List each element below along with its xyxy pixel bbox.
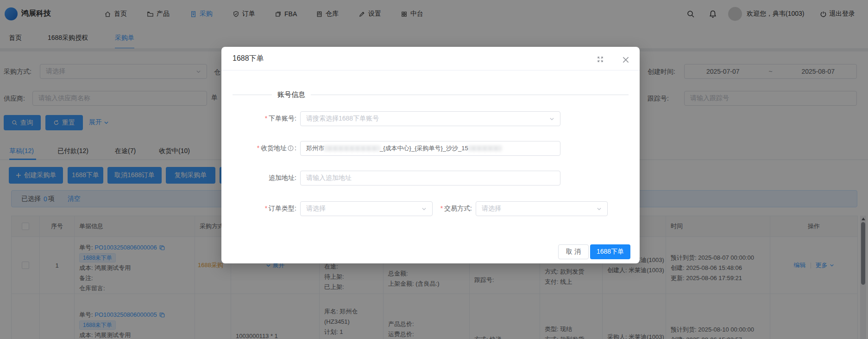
info-circle-icon[interactable]	[288, 145, 294, 151]
close-icon[interactable]	[622, 56, 630, 64]
chevron-down-icon	[597, 206, 602, 211]
trade-method-label: *交易方式:	[433, 205, 472, 213]
required-star: *	[265, 205, 267, 212]
address-value-mid: _{成本中心}_{采购单号}_沙沙_15	[380, 144, 468, 153]
cancel-button[interactable]: 取 消	[558, 244, 589, 259]
required-star: *	[257, 144, 259, 152]
address-redacted-segment: 口口口口口口口口口口	[324, 144, 380, 153]
order-type-label-text: 订单类型:	[269, 205, 296, 212]
append-address-field-row: 追加地址: 请输入追加地址	[221, 171, 560, 185]
address-value-prefix: 郑州市	[306, 144, 324, 153]
address-label-colon: :	[295, 144, 296, 152]
required-star: *	[265, 115, 267, 122]
append-address-input[interactable]: 请输入追加地址	[300, 171, 560, 185]
address-input[interactable]: 郑州市口口口口口口口口口口_{成本中心}_{采购单号}_沙沙_15口口口口口口	[300, 141, 560, 156]
account-label: *下单账号:	[221, 115, 296, 123]
modal-title: 1688下单	[233, 54, 264, 64]
account-info-section: 账号信息	[233, 90, 629, 99]
chevron-down-icon	[421, 206, 427, 211]
trade-method-placeholder: 请选择	[482, 205, 501, 213]
chevron-down-icon	[549, 116, 554, 122]
fullscreen-icon[interactable]	[597, 56, 604, 63]
order-type-label: *订单类型:	[221, 205, 296, 213]
address-label-text: 收货地址	[261, 144, 287, 152]
account-label-text: 下单账号:	[269, 115, 296, 122]
address-field-row: *收货地址: 郑州市口口口口口口口口口口_{成本中心}_{采购单号}_沙沙_15…	[221, 141, 560, 156]
address-redacted-segment: 口口口口口口	[468, 144, 502, 153]
order-type-select[interactable]: 请选择	[300, 201, 433, 216]
order-type-field-row: *订单类型: 请选择 *交易方式: 请选择	[221, 201, 608, 216]
trade-method-select[interactable]: 请选择	[476, 201, 608, 216]
submit-1688-button[interactable]: 1688下单	[590, 244, 630, 259]
account-field-row: *下单账号: 请搜索选择1688下单账号	[221, 111, 560, 126]
section-line-left	[233, 95, 272, 95]
trade-method-label-text: 交易方式:	[444, 205, 472, 212]
purchase-order-page: 鸿展科技 首页 产品 采购 订单 FBA 仓库 设置	[0, 0, 868, 339]
address-label: *收货地址:	[221, 144, 296, 153]
order-type-placeholder: 请选择	[306, 205, 326, 213]
required-star: *	[440, 205, 443, 212]
append-address-label: 追加地址:	[221, 174, 296, 182]
account-placeholder: 请搜索选择1688下单账号	[306, 115, 379, 123]
order-1688-modal: 1688下单 账号信息 *下单账号: 请搜索选择1688下单账号 *收货地址: …	[221, 47, 640, 263]
append-address-placeholder: 请输入追加地址	[306, 174, 352, 182]
modal-header: 1688下单	[221, 47, 640, 70]
account-select[interactable]: 请搜索选择1688下单账号	[300, 111, 560, 126]
section-line-right	[311, 95, 629, 95]
section-title: 账号信息	[272, 90, 311, 99]
